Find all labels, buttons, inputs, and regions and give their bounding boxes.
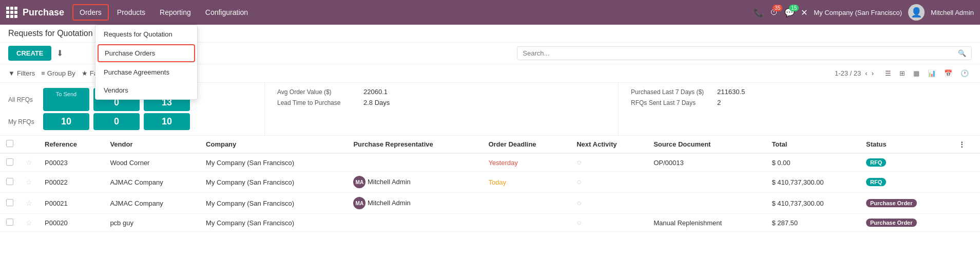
close-icon[interactable]: ✕ [801,8,808,17]
dropdown-agreements[interactable]: Purchase Agreements [95,63,197,81]
row-vendor[interactable]: AJMAC Company [104,172,200,193]
row-company[interactable]: My Company (San Francisco) [200,214,347,232]
nav-orders[interactable]: Orders [72,4,109,21]
avg-order-value: 22060.1 [363,88,388,96]
nav-products[interactable]: Products [111,5,151,20]
header-status[interactable]: Status [860,136,952,153]
download-button[interactable]: ⬇ [56,48,63,58]
phone-icon[interactable]: 📞 [754,8,764,17]
row-activity[interactable]: ○ [570,214,647,232]
header-company[interactable]: Company [200,136,347,153]
dropdown-vendors[interactable]: Vendors [95,81,197,99]
next-page-button[interactable]: › [872,69,874,77]
list-view-button[interactable]: ☰ [882,67,894,79]
row-check[interactable] [0,193,20,214]
grid-icon[interactable] [6,7,17,18]
nav-right: 📞 ⏱ 35 💬 15 ✕ My Company (San Francisco)… [754,4,974,21]
my-rfqs-count1[interactable]: 10 [43,113,89,130]
row-reference[interactable]: P00020 [39,214,104,232]
search-icon[interactable]: 🔍 [958,49,966,57]
row-actions[interactable] [952,193,980,214]
orders-table: Reference Vendor Company Purchase Repres… [0,136,980,232]
row-status: Purchase Order [860,193,952,214]
purchased-last-label: Purchased Last 7 Days ($) [631,88,713,96]
header-menu[interactable]: ⋮ [952,136,980,153]
clock-badge: 35 [773,5,782,11]
chart-view-button[interactable]: 📊 [925,67,939,79]
table-row: ☆ P00022 AJMAC Company My Company (San F… [0,172,980,193]
row-vendor[interactable]: AJMAC Company [104,193,200,214]
group-by-button[interactable]: ≡ Group By [41,69,75,77]
header-vendor[interactable]: Vendor [104,136,200,153]
row-actions[interactable] [952,214,980,232]
row-total: $ 410,737,300.00 [765,193,860,214]
row-check[interactable] [0,153,20,172]
row-star[interactable]: ☆ [20,172,39,193]
search-container: 🔍 [517,46,972,60]
table-header-row: Reference Vendor Company Purchase Repres… [0,136,980,153]
nav-reporting[interactable]: Reporting [153,5,197,20]
row-star[interactable]: ☆ [20,193,39,214]
row-activity[interactable]: ○ [570,153,647,172]
row-company[interactable]: My Company (San Francisco) [200,153,347,172]
nav-menu: Orders Products Reporting Configuration [72,4,254,21]
header-activity[interactable]: Next Activity [570,136,647,153]
table-row: ☆ P00021 AJMAC Company My Company (San F… [0,193,980,214]
chat-icon[interactable]: 💬 15 [784,8,795,17]
row-actions[interactable] [952,153,980,172]
app-brand[interactable]: Purchase [6,7,64,18]
create-button[interactable]: CREATE [8,46,51,61]
row-check[interactable] [0,172,20,193]
header-rep[interactable]: Purchase Representative [347,136,482,153]
header-deadline[interactable]: Order Deadline [482,136,570,153]
row-source [647,172,765,193]
row-total: $ 287.50 [765,214,860,232]
table-row: ☆ P00023 Wood Corner My Company (San Fra… [0,153,980,172]
row-vendor[interactable]: Wood Corner [104,153,200,172]
row-activity[interactable]: ○ [570,172,647,193]
row-company[interactable]: My Company (San Francisco) [200,193,347,214]
row-check[interactable] [0,214,20,232]
rfqs-sent-value: 2 [717,99,721,106]
rfqs-sent-row: RFQs Sent Last 7 Days 2 [631,99,959,106]
dropdown-rfq[interactable]: Requests for Quotation [95,25,197,43]
row-deadline: Yesterday [482,153,570,172]
purchased-last-value: 211630.5 [717,88,745,96]
calendar-view-button[interactable]: 📅 [941,67,955,79]
search-input[interactable] [523,49,958,57]
row-activity[interactable]: ○ [570,193,647,214]
nav-configuration[interactable]: Configuration [199,5,254,20]
user-name: Mitchell Admin [931,9,974,16]
clock-icon[interactable]: ⏱ 35 [770,8,778,17]
header-reference[interactable]: Reference [39,136,104,153]
header-star [20,136,39,153]
row-star[interactable]: ☆ [20,153,39,172]
clock-view-button[interactable]: 🕐 [957,67,972,79]
row-source: Manual Replenishment [647,214,765,232]
prev-page-button[interactable]: ‹ [865,69,867,77]
filters-button[interactable]: ▼ Filters [8,69,35,77]
row-actions[interactable] [952,172,980,193]
table-view-button[interactable]: ▦ [910,67,923,79]
row-reference[interactable]: P00022 [39,172,104,193]
row-reference[interactable]: P00023 [39,153,104,172]
my-rfqs-count2[interactable]: 0 [93,113,140,130]
header-source[interactable]: Source Document [647,136,765,153]
header-total[interactable]: Total [765,136,860,153]
all-rfqs-to-send[interactable]: To Send [43,88,89,111]
pagination: 1-23 / 23 ‹ › [835,69,874,77]
all-rfqs-label: All RFQs [8,96,39,103]
row-company[interactable]: My Company (San Francisco) [200,172,347,193]
kanban-view-button[interactable]: ⊞ [896,67,908,79]
row-status: RFQ [860,153,952,172]
star-icon: ★ [82,69,88,77]
header-check[interactable] [0,136,20,153]
row-reference[interactable]: P00021 [39,193,104,214]
avatar[interactable]: 👤 [908,4,925,21]
orders-dropdown: Requests for Quotation Purchase Orders P… [95,25,198,100]
my-rfqs-count3[interactable]: 10 [144,113,190,130]
row-star[interactable]: ☆ [20,214,39,232]
dropdown-purchase-orders[interactable]: Purchase Orders [98,44,195,62]
my-rfqs-row: My RFQs 10 0 10 [8,113,256,130]
row-vendor[interactable]: pcb guy [104,214,200,232]
